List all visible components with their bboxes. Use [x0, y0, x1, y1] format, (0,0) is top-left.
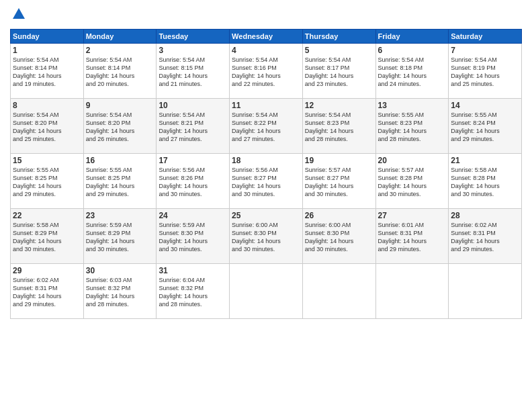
day-info: Sunrise: 5:58 AMSunset: 8:29 PMDaylight:… [13, 221, 81, 254]
day-info: Sunrise: 5:59 AMSunset: 8:29 PMDaylight:… [86, 221, 154, 254]
day-info: Sunrise: 5:54 AMSunset: 8:14 PMDaylight:… [13, 56, 81, 89]
day-info: Sunrise: 5:54 AMSunset: 8:19 PMDaylight:… [451, 56, 519, 89]
day-number: 31 [159, 266, 227, 275]
day-number: 10 [159, 101, 227, 110]
calendar-day-cell: 24Sunrise: 5:59 AMSunset: 8:30 PMDayligh… [157, 208, 230, 263]
day-info: Sunrise: 5:54 AMSunset: 8:17 PMDaylight:… [305, 56, 373, 89]
calendar-day-cell: 4Sunrise: 5:54 AMSunset: 8:16 PMDaylight… [230, 43, 303, 98]
day-info: Sunrise: 6:02 AMSunset: 8:31 PMDaylight:… [13, 276, 81, 309]
calendar-body: 1Sunrise: 5:54 AMSunset: 8:14 PMDaylight… [11, 43, 522, 318]
day-number: 16 [86, 156, 154, 165]
day-number: 4 [232, 46, 300, 55]
day-info: Sunrise: 5:54 AMSunset: 8:23 PMDaylight:… [305, 111, 373, 144]
day-number: 26 [305, 211, 373, 220]
day-number: 3 [159, 46, 227, 55]
calendar-day-cell: 7Sunrise: 5:54 AMSunset: 8:19 PMDaylight… [449, 43, 522, 98]
calendar-week-row: 29Sunrise: 6:02 AMSunset: 8:31 PMDayligh… [11, 263, 522, 318]
calendar-week-row: 1Sunrise: 5:54 AMSunset: 8:14 PMDaylight… [11, 43, 522, 98]
calendar-day-cell: 31Sunrise: 6:04 AMSunset: 8:32 PMDayligh… [157, 263, 230, 318]
header-sunday: Sunday [11, 29, 84, 43]
empty-cell [230, 263, 303, 318]
calendar-day-cell: 13Sunrise: 5:55 AMSunset: 8:23 PMDayligh… [375, 98, 449, 153]
day-info: Sunrise: 5:54 AMSunset: 8:22 PMDaylight:… [232, 111, 300, 144]
calendar-week-row: 15Sunrise: 5:55 AMSunset: 8:25 PMDayligh… [11, 153, 522, 208]
calendar-day-cell: 8Sunrise: 5:54 AMSunset: 8:20 PMDaylight… [11, 98, 84, 153]
svg-marker-0 [13, 8, 25, 19]
day-number: 18 [232, 156, 300, 165]
day-number: 30 [86, 266, 154, 275]
day-info: Sunrise: 5:54 AMSunset: 8:18 PMDaylight:… [378, 56, 447, 89]
day-info: Sunrise: 5:54 AMSunset: 8:20 PMDaylight:… [13, 111, 81, 144]
day-info: Sunrise: 5:57 AMSunset: 8:27 PMDaylight:… [305, 166, 373, 199]
day-number: 22 [13, 211, 81, 220]
day-info: Sunrise: 5:57 AMSunset: 8:28 PMDaylight:… [378, 166, 447, 199]
calendar-day-cell: 3Sunrise: 5:54 AMSunset: 8:15 PMDaylight… [157, 43, 230, 98]
header-friday: Friday [375, 29, 449, 43]
calendar-header-row: Sunday Monday Tuesday Wednesday Thursday… [11, 29, 522, 43]
calendar-day-cell: 11Sunrise: 5:54 AMSunset: 8:22 PMDayligh… [230, 98, 303, 153]
day-number: 23 [86, 211, 154, 220]
day-info: Sunrise: 5:55 AMSunset: 8:24 PMDaylight:… [451, 111, 519, 144]
header-tuesday: Tuesday [157, 29, 230, 43]
day-info: Sunrise: 5:59 AMSunset: 8:30 PMDaylight:… [159, 221, 227, 254]
day-number: 27 [378, 211, 447, 220]
calendar-day-cell: 14Sunrise: 5:55 AMSunset: 8:24 PMDayligh… [449, 98, 522, 153]
day-number: 17 [159, 156, 227, 165]
calendar-day-cell: 9Sunrise: 5:54 AMSunset: 8:20 PMDaylight… [83, 98, 157, 153]
calendar-week-row: 22Sunrise: 5:58 AMSunset: 8:29 PMDayligh… [11, 208, 522, 263]
calendar-day-cell: 5Sunrise: 5:54 AMSunset: 8:17 PMDaylight… [302, 43, 375, 98]
calendar-day-cell: 12Sunrise: 5:54 AMSunset: 8:23 PMDayligh… [302, 98, 375, 153]
calendar-day-cell: 10Sunrise: 5:54 AMSunset: 8:21 PMDayligh… [157, 98, 230, 153]
day-info: Sunrise: 6:02 AMSunset: 8:31 PMDaylight:… [451, 221, 519, 254]
day-number: 25 [232, 211, 300, 220]
day-number: 11 [232, 101, 300, 110]
day-number: 2 [86, 46, 154, 55]
day-info: Sunrise: 5:54 AMSunset: 8:15 PMDaylight:… [159, 56, 227, 89]
calendar-day-cell: 23Sunrise: 5:59 AMSunset: 8:29 PMDayligh… [83, 208, 157, 263]
calendar-day-cell: 21Sunrise: 5:58 AMSunset: 8:28 PMDayligh… [449, 153, 522, 208]
logo [10, 7, 26, 25]
calendar-day-cell: 17Sunrise: 5:56 AMSunset: 8:26 PMDayligh… [157, 153, 230, 208]
calendar-day-cell: 30Sunrise: 6:03 AMSunset: 8:32 PMDayligh… [83, 263, 157, 318]
day-info: Sunrise: 5:55 AMSunset: 8:25 PMDaylight:… [86, 166, 154, 199]
day-info: Sunrise: 5:54 AMSunset: 8:16 PMDaylight:… [232, 56, 300, 89]
calendar-day-cell: 27Sunrise: 6:01 AMSunset: 8:31 PMDayligh… [375, 208, 449, 263]
page: Sunday Monday Tuesday Wednesday Thursday… [0, 0, 532, 411]
calendar-week-row: 8Sunrise: 5:54 AMSunset: 8:20 PMDaylight… [11, 98, 522, 153]
calendar-day-cell: 6Sunrise: 5:54 AMSunset: 8:18 PMDaylight… [375, 43, 449, 98]
day-number: 20 [378, 156, 447, 165]
day-number: 14 [451, 101, 519, 110]
day-number: 8 [13, 101, 81, 110]
day-info: Sunrise: 5:56 AMSunset: 8:27 PMDaylight:… [232, 166, 300, 199]
calendar-day-cell: 16Sunrise: 5:55 AMSunset: 8:25 PMDayligh… [83, 153, 157, 208]
calendar-day-cell: 15Sunrise: 5:55 AMSunset: 8:25 PMDayligh… [11, 153, 84, 208]
logo-icon [11, 7, 26, 21]
calendar-day-cell: 20Sunrise: 5:57 AMSunset: 8:28 PMDayligh… [375, 153, 449, 208]
day-number: 7 [451, 46, 519, 55]
day-number: 9 [86, 101, 154, 110]
day-info: Sunrise: 6:01 AMSunset: 8:31 PMDaylight:… [378, 221, 447, 254]
day-info: Sunrise: 6:00 AMSunset: 8:30 PMDaylight:… [305, 221, 373, 254]
day-info: Sunrise: 5:54 AMSunset: 8:14 PMDaylight:… [86, 56, 154, 89]
calendar-day-cell: 29Sunrise: 6:02 AMSunset: 8:31 PMDayligh… [11, 263, 84, 318]
day-number: 13 [378, 101, 447, 110]
day-info: Sunrise: 5:58 AMSunset: 8:28 PMDaylight:… [451, 166, 519, 199]
day-info: Sunrise: 6:03 AMSunset: 8:32 PMDaylight:… [86, 276, 154, 309]
day-number: 19 [305, 156, 373, 165]
calendar-day-cell: 22Sunrise: 5:58 AMSunset: 8:29 PMDayligh… [11, 208, 84, 263]
day-number: 12 [305, 101, 373, 110]
day-number: 29 [13, 266, 81, 275]
day-info: Sunrise: 6:00 AMSunset: 8:30 PMDaylight:… [232, 221, 300, 254]
calendar-day-cell: 26Sunrise: 6:00 AMSunset: 8:30 PMDayligh… [302, 208, 375, 263]
day-info: Sunrise: 5:56 AMSunset: 8:26 PMDaylight:… [159, 166, 227, 199]
day-info: Sunrise: 6:04 AMSunset: 8:32 PMDaylight:… [159, 276, 227, 309]
day-info: Sunrise: 5:54 AMSunset: 8:21 PMDaylight:… [159, 111, 227, 144]
day-number: 21 [451, 156, 519, 165]
calendar-day-cell: 25Sunrise: 6:00 AMSunset: 8:30 PMDayligh… [230, 208, 303, 263]
day-number: 6 [378, 46, 447, 55]
calendar-day-cell: 1Sunrise: 5:54 AMSunset: 8:14 PMDaylight… [11, 43, 84, 98]
day-number: 24 [159, 211, 227, 220]
day-info: Sunrise: 5:55 AMSunset: 8:23 PMDaylight:… [378, 111, 447, 144]
header-thursday: Thursday [302, 29, 375, 43]
day-info: Sunrise: 5:54 AMSunset: 8:20 PMDaylight:… [86, 111, 154, 144]
